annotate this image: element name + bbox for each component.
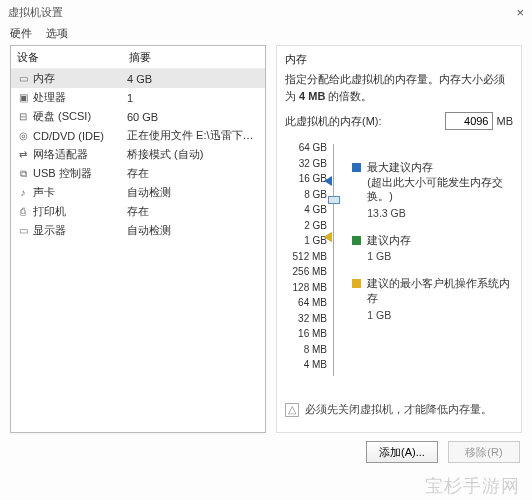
slider-thumb[interactable]	[328, 196, 340, 204]
device-row-display[interactable]: ▭ 显示器 自动检测	[11, 221, 265, 240]
memory-title: 内存	[285, 52, 513, 67]
col-device: 设备	[17, 50, 129, 65]
memory-description: 指定分配给此虚拟机的内存量。内存大小必须为 4 MB 的倍数。	[285, 71, 513, 104]
tab-strip: 硬件 选项	[0, 24, 532, 45]
device-row-memory[interactable]: ▭ 内存 4 GB	[11, 69, 265, 88]
disc-icon: ◎	[15, 129, 31, 143]
tab-options[interactable]: 选项	[46, 26, 68, 41]
titlebar: 虚拟机设置 ×	[0, 0, 532, 24]
memory-unit: MB	[497, 115, 514, 127]
memory-icon: ▭	[15, 72, 31, 86]
device-row-cddvd[interactable]: ◎ CD/DVD (IDE) 正在使用文件 E:\迅雷下载\cn_...	[11, 126, 265, 145]
slider-tick-labels: 64 GB 32 GB 16 GB 8 GB 4 GB 2 GB 1 GB 51…	[285, 140, 327, 376]
legend-yellow-icon	[352, 279, 361, 288]
usb-icon: ⧉	[15, 167, 31, 181]
device-list-panel: 设备 摘要 ▭ 内存 4 GB ▣ 处理器 1 ⊟ 硬盘 (SCSI) 60 G…	[10, 45, 266, 433]
memory-input[interactable]	[445, 112, 493, 130]
legend-blue-icon	[352, 163, 361, 172]
device-row-network[interactable]: ⇄ 网络适配器 桥接模式 (自动)	[11, 145, 265, 164]
col-summary: 摘要	[129, 50, 259, 65]
device-row-processor[interactable]: ▣ 处理器 1	[11, 88, 265, 107]
device-list-header: 设备 摘要	[11, 46, 265, 69]
warning-icon: △	[285, 403, 299, 417]
device-row-usb[interactable]: ⧉ USB 控制器 存在	[11, 164, 265, 183]
cpu-icon: ▣	[15, 91, 31, 105]
tab-hardware[interactable]: 硬件	[10, 26, 32, 41]
device-row-sound[interactable]: ♪ 声卡 自动检测	[11, 183, 265, 202]
window-title: 虚拟机设置	[8, 5, 63, 20]
marker-max-icon	[324, 176, 332, 186]
network-icon: ⇄	[15, 148, 31, 162]
memory-slider[interactable]	[333, 144, 342, 376]
memory-settings-panel: 内存 指定分配给此虚拟机的内存量。内存大小必须为 4 MB 的倍数。 此虚拟机的…	[276, 45, 522, 433]
memory-legend: 最大建议内存 (超出此大小可能发生内存交换。) 13.3 GB 建议内存 1 G…	[352, 140, 513, 376]
memory-input-label: 此虚拟机的内存(M):	[285, 114, 441, 129]
remove-button: 移除(R)	[448, 441, 520, 463]
disk-icon: ⊟	[15, 110, 31, 124]
watermark: 宝杉手游网	[425, 474, 520, 498]
add-button[interactable]: 添加(A)...	[366, 441, 438, 463]
memory-warning: △ 必须先关闭虚拟机，才能降低内存量。	[285, 394, 513, 417]
printer-icon: ⎙	[15, 205, 31, 219]
legend-green-icon	[352, 236, 361, 245]
close-icon[interactable]: ×	[516, 5, 524, 20]
device-row-printer[interactable]: ⎙ 打印机 存在	[11, 202, 265, 221]
marker-min-icon	[324, 232, 332, 242]
display-icon: ▭	[15, 224, 31, 238]
panel-buttons: 添加(A)... 移除(R)	[0, 433, 532, 463]
sound-icon: ♪	[15, 186, 31, 200]
device-row-disk[interactable]: ⊟ 硬盘 (SCSI) 60 GB	[11, 107, 265, 126]
